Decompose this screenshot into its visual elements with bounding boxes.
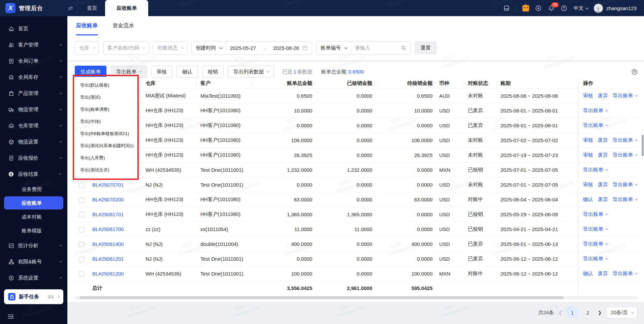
- row-checkbox[interactable]: [79, 271, 84, 277]
- notifications-bell-icon[interactable]: 70: [548, 5, 555, 11]
- export-menu-item[interactable]: 导出(默认模板): [75, 79, 137, 91]
- language-selector[interactable]: 中文: [574, 5, 588, 11]
- row-action-export[interactable]: 导出账单: [583, 241, 607, 247]
- date-to[interactable]: 2025-08-28: [273, 45, 299, 51]
- row-action-link[interactable]: 审核: [583, 182, 593, 188]
- avatar[interactable]: [594, 4, 603, 13]
- export-bill-dropdown-button[interactable]: 导出账单: [110, 66, 147, 78]
- confirm-button[interactable]: 确认: [176, 66, 198, 78]
- page-button-2[interactable]: 2: [582, 307, 593, 318]
- writeoff-button[interactable]: 核销: [202, 66, 224, 78]
- scrollbar-thumb[interactable]: [79, 296, 564, 299]
- export-list-dropdown-button[interactable]: 导出列表数据: [228, 66, 274, 78]
- inbox-icon[interactable]: [503, 5, 510, 11]
- bill-no-type-select[interactable]: 账单编号: [317, 41, 351, 54]
- nav-tab-receivable-bills[interactable]: 应收账单: [105, 0, 148, 16]
- warehouse-filter-select[interactable]: 仓库: [75, 41, 99, 55]
- sidebar-item-0[interactable]: 首页: [0, 21, 67, 37]
- prev-page-icon[interactable]: ❮: [558, 310, 562, 315]
- row-action-link[interactable]: 废弃: [598, 196, 608, 203]
- sidebar-item-11[interactable]: 权限&账号: [0, 254, 67, 270]
- newbie-task[interactable]: 新手任务 3/3: [4, 289, 63, 304]
- export-menu-item[interactable]: 导出(测试): [75, 91, 137, 103]
- sidebar-item-6[interactable]: 仓库管理: [0, 118, 67, 134]
- row-checkbox[interactable]: [79, 212, 84, 218]
- sidebar-item-1[interactable]: 客户管理: [0, 37, 67, 53]
- page-size-select[interactable]: 20条/页: [606, 307, 638, 318]
- row-action-export[interactable]: 导出账单: [613, 137, 637, 143]
- row-action-export[interactable]: 导出账单: [583, 211, 607, 218]
- row-action-export[interactable]: 导出账单: [583, 107, 607, 114]
- row-action-link[interactable]: 废弃: [598, 270, 608, 277]
- row-action-link[interactable]: 确认: [583, 270, 593, 277]
- sidebar-item-5[interactable]: 物流管理: [0, 101, 67, 118]
- sidebar-item-3[interactable]: 全局库存: [0, 69, 67, 85]
- sidebar-subitem[interactable]: 账单模版: [0, 224, 67, 237]
- help-icon[interactable]: [561, 5, 568, 11]
- row-checkbox[interactable]: [79, 242, 84, 247]
- row-action-link[interactable]: 废弃: [598, 137, 608, 143]
- row-checkbox[interactable]: [79, 227, 84, 232]
- column-settings-gear-icon[interactable]: [632, 69, 638, 75]
- keyword-search-input[interactable]: 请输入: [351, 41, 410, 54]
- reset-button[interactable]: 重置: [415, 41, 437, 55]
- robot-assistant-icon[interactable]: [522, 5, 529, 11]
- export-menu-item[interactable]: 导出(账单调整): [75, 103, 137, 116]
- row-action-export[interactable]: 导出账单: [613, 152, 637, 158]
- bill-number-link[interactable]: BL#25061701: [92, 212, 124, 217]
- bill-number-link[interactable]: BL#25070200: [92, 197, 124, 202]
- sidebar-item-7[interactable]: 物流设置: [0, 134, 67, 150]
- search-icon[interactable]: [401, 45, 406, 51]
- sidebar-subitem[interactable]: 业务费用: [0, 182, 67, 196]
- row-checkbox[interactable]: [79, 197, 84, 203]
- bill-number-link[interactable]: BL#25061201: [92, 256, 124, 262]
- row-action-link[interactable]: 审核: [583, 93, 593, 99]
- row-action-link[interactable]: 审核: [583, 152, 593, 158]
- row-action-link[interactable]: 审核: [583, 137, 593, 143]
- tab-capital-flow[interactable]: 资金流水: [112, 16, 134, 35]
- row-action-export[interactable]: 导出账单: [613, 93, 637, 99]
- row-checkbox[interactable]: [79, 183, 84, 188]
- export-menu-item[interactable]: 导出(测试合并): [75, 164, 137, 176]
- swap-icon[interactable]: ⇄: [68, 5, 73, 12]
- generate-bill-button[interactable]: 生成账单: [75, 66, 106, 78]
- bill-number-link[interactable]: BL#25061700: [92, 226, 124, 232]
- download-icon[interactable]: [535, 5, 542, 11]
- audit-button[interactable]: 审核: [151, 66, 172, 78]
- page-button-1[interactable]: 1: [567, 307, 578, 318]
- sidebar-item-9[interactable]: $应收结算: [0, 166, 67, 182]
- sidebar-collapse-icon[interactable]: [7, 314, 14, 319]
- next-page-icon[interactable]: ❯: [598, 310, 602, 315]
- sidebar-subitem[interactable]: 应收账单: [4, 196, 63, 209]
- reconcile-status-filter-select[interactable]: 对账状态: [153, 41, 187, 55]
- sidebar-item-12[interactable]: 系统设置: [0, 270, 67, 286]
- export-menu-item[interactable]: 导出(中转): [75, 116, 137, 128]
- customer-filter-select[interactable]: 客户名称/代码: [103, 41, 149, 55]
- bill-number-link[interactable]: BL#25070701: [92, 182, 124, 188]
- row-action-export[interactable]: 导出账单: [613, 196, 637, 203]
- row-action-export[interactable]: 导出账单: [613, 182, 637, 188]
- date-range-input[interactable]: 2025-05-27 → 2025-08-28: [226, 41, 312, 54]
- row-action-link[interactable]: 确认: [583, 196, 593, 203]
- bill-number-link[interactable]: BL#25061400: [92, 241, 124, 247]
- vertical-scrollbar-thumb[interactable]: [642, 135, 644, 156]
- tab-receivable-bills[interactable]: 应收账单: [76, 16, 98, 35]
- row-action-link[interactable]: 废弃: [598, 93, 608, 99]
- row-action-export[interactable]: 导出账单: [583, 256, 607, 262]
- row-action-link[interactable]: 废弃: [598, 182, 608, 188]
- horizontal-scrollbar[interactable]: [75, 296, 638, 299]
- row-action-export[interactable]: 导出账单: [583, 122, 607, 129]
- row-action-export[interactable]: 导出账单: [583, 226, 607, 232]
- sidebar-item-8[interactable]: 应收报价: [0, 150, 67, 166]
- sidebar-item-4[interactable]: 产品管理: [0, 85, 67, 101]
- row-action-export[interactable]: 导出账单: [583, 167, 607, 173]
- username[interactable]: zhangsan123: [606, 5, 637, 11]
- export-menu-item[interactable]: 导出(入库费): [75, 152, 137, 164]
- nav-tab-home[interactable]: 首页: [79, 0, 105, 16]
- date-type-select[interactable]: 创建时间: [192, 41, 226, 54]
- row-action-link[interactable]: 废弃: [598, 152, 608, 158]
- sidebar-item-2[interactable]: 全局订单: [0, 53, 67, 69]
- date-from[interactable]: 2025-05-27: [230, 45, 256, 51]
- bill-number-link[interactable]: BL#25061200: [92, 271, 124, 277]
- export-menu-item[interactable]: 导出(RB账单模板测试01): [75, 128, 137, 140]
